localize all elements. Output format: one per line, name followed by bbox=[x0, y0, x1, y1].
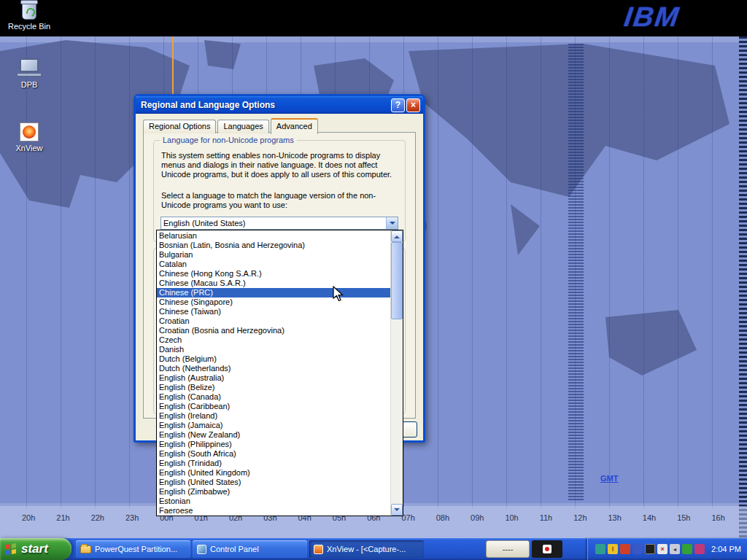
timezone-label: 09h bbox=[471, 513, 484, 522]
dropdown-item[interactable]: English (South Africa) bbox=[157, 449, 390, 459]
dropdown-item[interactable]: Chinese (Singapore) bbox=[157, 298, 390, 307]
dropdown-item[interactable]: Bulgarian bbox=[157, 250, 390, 260]
control-panel-icon bbox=[197, 545, 206, 554]
dropdown-item[interactable]: English (Jamaica) bbox=[157, 421, 390, 430]
dropdown-item[interactable]: Chinese (Hong Kong S.A.R.) bbox=[157, 269, 390, 279]
dropdown-item[interactable]: Croatian (Bosnia and Herzegovina) bbox=[157, 326, 390, 335]
dropdown-item[interactable]: English (Zimbabwe) bbox=[157, 487, 390, 497]
desktop[interactable]: 20h 21h 22h 23h 00h 01h 02h 03h 04h 05h … bbox=[0, 0, 747, 560]
taskbar-button-label: XnView - [<Capture-... bbox=[327, 545, 406, 553]
dropdown-item[interactable]: English (Australia) bbox=[157, 373, 390, 383]
timezone-label: 12h bbox=[573, 513, 587, 522]
disconnect-icon[interactable] bbox=[657, 544, 667, 554]
desktop-icon-xnview[interactable]: XnView bbox=[1, 122, 57, 152]
xnview-icon bbox=[20, 122, 39, 141]
dropdown-item[interactable]: Catalan bbox=[157, 260, 390, 269]
dropdown-item[interactable]: English (United States) bbox=[157, 478, 390, 487]
scrollbar-down-button[interactable] bbox=[391, 504, 403, 516]
start-button-label: start bbox=[21, 542, 48, 556]
alert-icon[interactable] bbox=[620, 544, 630, 554]
chevron-down-icon bbox=[390, 222, 395, 228]
taskbar-button-dashes[interactable]: ---- bbox=[486, 540, 530, 558]
group-language-non-unicode: Language for non-Unicode programs This s… bbox=[153, 140, 406, 242]
tab-advanced[interactable]: Advanced bbox=[271, 118, 318, 134]
dropdown-item[interactable]: Chinese (Taiwan) bbox=[157, 307, 390, 316]
taskbar-button-control-panel[interactable]: Control Panel bbox=[193, 540, 307, 558]
timezone-label: 07h bbox=[401, 513, 414, 522]
timezone-label: 11h bbox=[540, 513, 553, 522]
dropdown-item[interactable]: Dutch (Netherlands) bbox=[157, 364, 390, 373]
close-button[interactable]: × bbox=[406, 98, 420, 112]
timezone-label: 23h bbox=[125, 513, 139, 522]
network-icon[interactable] bbox=[595, 544, 605, 554]
group-title: Language for non-Unicode programs bbox=[160, 136, 297, 144]
current-time-marker-line bbox=[172, 36, 174, 96]
gmt-label: GMT bbox=[600, 474, 618, 483]
timezone-label: 10h bbox=[505, 513, 518, 522]
start-button[interactable]: start bbox=[0, 538, 71, 560]
tab-strip: Regional Options Languages Advanced bbox=[143, 118, 320, 134]
dialog-titlebar[interactable]: Regional and Language Options ? × bbox=[136, 96, 423, 114]
desktop-icon-label: DPB bbox=[1, 80, 57, 89]
timezone-label: 20h bbox=[22, 513, 35, 522]
dropdown-item[interactable]: Faeroese bbox=[157, 506, 390, 516]
laptop-icon bbox=[17, 58, 42, 78]
dropdown-item[interactable]: Estonian bbox=[157, 497, 390, 506]
language-combobox[interactable]: English (United States) bbox=[160, 217, 398, 230]
help-button[interactable]: ? bbox=[391, 98, 405, 112]
dropdown-item[interactable]: Croatian bbox=[157, 316, 390, 326]
system-tray: 2:04 PM bbox=[587, 538, 747, 560]
taskbar-button-xnview[interactable]: XnView - [<Capture-... bbox=[309, 540, 424, 558]
dropdown-item[interactable]: Bosnian (Latin, Bosnia and Herzegovina) bbox=[157, 241, 390, 250]
timezone-label: 21h bbox=[56, 513, 69, 522]
desktop-icon-dpb[interactable]: DPB bbox=[1, 58, 57, 89]
dropdown-item[interactable]: English (New Zealand) bbox=[157, 430, 390, 440]
top-black-bar: Recycle Bin IBM bbox=[0, 0, 747, 36]
tab-languages[interactable]: Languages bbox=[217, 120, 268, 133]
dropdown-item[interactable]: English (Belize) bbox=[157, 383, 390, 392]
timezone-label: 14h bbox=[643, 513, 656, 522]
dropdown-item[interactable]: Belarusian bbox=[157, 231, 390, 241]
map-hatched-band bbox=[568, 44, 584, 502]
dropdown-item[interactable]: Czech bbox=[157, 335, 390, 345]
scrollbar-up-button[interactable] bbox=[391, 230, 403, 242]
recycle-bin-label: Recycle Bin bbox=[1, 22, 57, 31]
dropdown-item-highlighted[interactable]: Chinese (PRC) bbox=[157, 288, 390, 298]
taskbar-button-label: Control Panel bbox=[210, 545, 259, 553]
dropdown-item[interactable]: English (United Kingdom) bbox=[157, 468, 390, 478]
map-edge-stripes bbox=[739, 36, 747, 538]
dropdown-item[interactable]: English (Philippines) bbox=[157, 440, 390, 449]
taskbar-button-powerquest[interactable]: PowerQuest Partition... bbox=[76, 540, 190, 558]
dropdown-scrollbar[interactable] bbox=[390, 230, 403, 516]
combobox-dropdown-button[interactable] bbox=[386, 217, 398, 229]
scrollbar-thumb[interactable] bbox=[391, 242, 403, 319]
dropdown-item[interactable]: Danish bbox=[157, 345, 390, 354]
folder-icon bbox=[80, 545, 91, 553]
dropdown-item[interactable]: Dutch (Belgium) bbox=[157, 354, 390, 364]
arrow-down-icon bbox=[394, 508, 400, 514]
timezone-label: 22h bbox=[91, 513, 104, 522]
dropdown-item[interactable]: English (Trinidad) bbox=[157, 459, 390, 468]
taskbar-clock[interactable]: 2:04 PM bbox=[711, 545, 741, 553]
app-status-icon[interactable] bbox=[632, 544, 643, 554]
desktop-icon-label: XnView bbox=[1, 144, 57, 152]
dropdown-item[interactable]: English (Caribbean) bbox=[157, 402, 390, 411]
dropdown-items: Belarusian Bosnian (Latin, Bosnia and He… bbox=[157, 230, 390, 516]
combobox-value: English (United States) bbox=[161, 217, 386, 229]
scheduler-icon[interactable] bbox=[682, 544, 692, 554]
recycle-bin-icon[interactable]: Recycle Bin bbox=[1, 2, 57, 31]
messenger-icon[interactable] bbox=[694, 544, 705, 554]
instruction-paragraph: Select a language to match the language … bbox=[161, 191, 396, 210]
partition-icon[interactable] bbox=[645, 544, 655, 554]
dropdown-item[interactable]: Chinese (Macau S.A.R.) bbox=[157, 279, 390, 288]
timezone-label: 08h bbox=[436, 513, 449, 522]
taskbar-button-label: PowerQuest Partition... bbox=[95, 545, 177, 553]
tab-regional-options[interactable]: Regional Options bbox=[143, 120, 216, 133]
dropdown-item[interactable]: English (Canada) bbox=[157, 392, 390, 402]
volume-icon[interactable] bbox=[670, 544, 680, 554]
windows-flag-icon bbox=[6, 542, 17, 555]
timezone-label: 13h bbox=[608, 513, 622, 522]
dropdown-item[interactable]: English (Ireland) bbox=[157, 411, 390, 421]
taskbar-button-icon-only[interactable] bbox=[532, 540, 562, 558]
security-shield-icon[interactable] bbox=[608, 544, 618, 554]
